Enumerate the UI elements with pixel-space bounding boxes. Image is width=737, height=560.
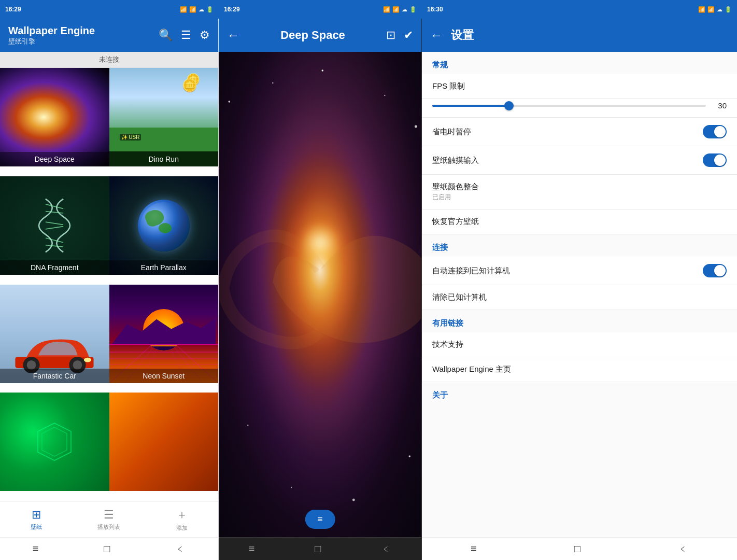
status-bar-panel2: 16:29 📶 📶 ☁ 🔋 [219, 0, 422, 19]
app-subtitle: 壁纸引擎 [8, 37, 95, 46]
wallpaper-item-dna-fragment[interactable]: DNA Fragment [0, 176, 109, 275]
touch-input-toggle-thumb [714, 155, 726, 166]
wallpaper-item-7[interactable] [0, 393, 109, 491]
menu-btn-p1[interactable]: ≡ [33, 543, 39, 555]
apply-icon[interactable]: ✔ [404, 29, 413, 42]
wallpaper-item-dino-run[interactable]: 🪙 ✨ USR Dino Run [109, 68, 219, 166]
settings-item-restore-wallpaper[interactable]: 恢复官方壁纸 [422, 209, 737, 234]
wallpaper-item-deep-space[interactable]: Deep Space [0, 68, 109, 166]
header-icons: 🔍 ☰ ⚙ [159, 29, 210, 42]
status-bar-panel1: 16:29 📶 📶 ☁ 🔋 [0, 0, 219, 19]
settings-item-power-save[interactable]: 省电时暂停 [422, 118, 737, 146]
galaxy-preview [219, 52, 421, 537]
clear-computers-label: 清除已知计算机 [432, 292, 487, 302]
panel3-header: ← 设置 [422, 19, 737, 52]
svg-point-38 [409, 455, 411, 457]
svg-point-31 [272, 82, 273, 83]
wallpaper-label-earth-parallax: Earth Parallax [109, 260, 219, 275]
auto-connect-label: 自动连接到已知计算机 [432, 266, 510, 276]
home-btn-p3[interactable]: □ [574, 543, 580, 555]
wallpaper-label-fantastic-car: Fantastic Car [0, 369, 109, 383]
nav-add[interactable]: ＋ 添加 [146, 501, 218, 537]
svg-line-4 [46, 238, 63, 243]
system-nav-panel1: ≡ □ ﹤ [0, 537, 218, 560]
power-save-toggle-thumb [714, 126, 726, 137]
filter-icon[interactable]: ☰ [181, 29, 191, 42]
nav-playlist-label: 播放列表 [97, 523, 120, 531]
svg-line-2 [46, 222, 63, 225]
wallpaper-icon: ⊞ [32, 508, 41, 522]
fps-value: 30 [712, 101, 727, 110]
touch-input-label: 壁纸触摸输入 [432, 156, 479, 165]
nav-add-label: 添加 [176, 524, 188, 532]
settings-item-fps-label: FPS 限制 [422, 74, 737, 99]
wallpaper-label-dna-fragment: DNA Fragment [0, 260, 109, 275]
power-save-toggle[interactable] [703, 125, 727, 138]
settings-item-clear-computers[interactable]: 清除已知计算机 [422, 285, 737, 310]
svg-point-39 [291, 487, 292, 488]
settings-item-color-integration[interactable]: 壁纸颜色整合 已启用 [422, 175, 737, 209]
status-bars: 16:29 📶 📶 ☁ 🔋 16:29 📶 📶 ☁ 🔋 16:30 📶 📶 ☁ … [0, 0, 737, 19]
wallpaper-item-neon-sunset[interactable]: Neon Sunset [109, 285, 219, 383]
section-title-useful-links: 有用链接 [422, 310, 737, 332]
section-title-about: 关于 [422, 382, 737, 404]
svg-line-3 [46, 226, 63, 229]
fps-slider-container: 30 [422, 99, 737, 118]
tech-support-label: 技术支持 [432, 340, 463, 349]
panel-preview: ← Deep Space ⊡ ✔ [219, 19, 422, 560]
panel-wallpaper-list: Wallpaper Engine 壁纸引擎 🔍 ☰ ⚙ 未连接 Deep Spa… [0, 19, 219, 560]
back-btn-p3[interactable]: ﹤ [678, 542, 688, 556]
wallpaper-item-earth-parallax[interactable]: Earth Parallax [109, 176, 219, 275]
wallpaper-label-dino-run: Dino Run [109, 152, 219, 166]
svg-line-1 [46, 211, 63, 213]
settings-item-auto-connect[interactable]: 自动连接到已知计算机 [422, 257, 737, 285]
bottom-nav: ⊞ 壁纸 ☰ 播放列表 ＋ 添加 [0, 501, 218, 537]
section-title-connection: 连接 [422, 234, 737, 257]
time-p3: 16:30 [427, 6, 443, 13]
svg-marker-28 [42, 427, 67, 456]
auto-connect-toggle[interactable] [703, 264, 727, 277]
wallpaper-item-8[interactable] [109, 393, 219, 491]
settings-icon[interactable]: ⚙ [200, 29, 210, 42]
preview-area: ≡ [219, 52, 421, 537]
icons-p1: 📶 📶 ☁ 🔋 [180, 6, 214, 13]
svg-point-32 [322, 69, 324, 72]
svg-point-40 [352, 499, 355, 501]
svg-point-30 [229, 101, 231, 103]
panel2-header: ← Deep Space ⊡ ✔ [219, 19, 421, 52]
panel3-title: 设置 [451, 27, 474, 43]
status-bar-panel3: 16:30 📶 📶 ☁ 🔋 [422, 0, 737, 19]
back-arrow-p3[interactable]: ← [430, 28, 443, 43]
settings-item-tech-support[interactable]: 技术支持 [422, 332, 737, 357]
nav-wallpaper[interactable]: ⊞ 壁纸 [0, 501, 73, 537]
menu-btn-p3[interactable]: ≡ [471, 543, 477, 555]
screen-icon[interactable]: ⊡ [386, 29, 395, 42]
svg-point-37 [247, 425, 248, 426]
home-btn-p2[interactable]: □ [315, 543, 321, 555]
nav-playlist[interactable]: ☰ 播放列表 [73, 501, 145, 537]
connection-status: 未连接 [0, 52, 218, 68]
wallpaper-label-deep-space: Deep Space [0, 152, 109, 166]
touch-input-toggle[interactable] [703, 153, 727, 167]
wallpaper-item-fantastic-car[interactable]: Fantastic Car [0, 285, 109, 383]
power-save-label: 省电时暂停 [432, 127, 471, 137]
back-btn-p1[interactable]: ﹤ [175, 542, 186, 556]
icons-p3: 📶 📶 ☁ 🔋 [698, 6, 732, 13]
preview-handle[interactable]: ≡ [305, 510, 335, 529]
menu-btn-p2[interactable]: ≡ [249, 543, 255, 555]
back-arrow-p2[interactable]: ← [227, 28, 239, 43]
back-btn-p2[interactable]: ﹤ [381, 542, 391, 556]
fps-slider-thumb[interactable] [504, 101, 514, 110]
color-integration-sub: 已启用 [432, 193, 479, 202]
playlist-icon: ☰ [104, 508, 114, 522]
app-title: Wallpaper Engine [8, 25, 95, 37]
time-p2: 16:29 [224, 6, 240, 13]
auto-connect-toggle-thumb [714, 265, 726, 276]
settings-item-touch-input[interactable]: 壁纸触摸输入 [422, 146, 737, 175]
svg-line-0 [46, 204, 63, 209]
panel1-header: Wallpaper Engine 壁纸引擎 🔍 ☰ ⚙ [0, 19, 218, 52]
home-btn-p1[interactable]: □ [104, 543, 110, 555]
search-icon[interactable]: 🔍 [159, 29, 173, 42]
settings-item-homepage[interactable]: Wallpaper Engine 主页 [422, 357, 737, 382]
panel2-header-icons: ⊡ ✔ [386, 29, 413, 42]
